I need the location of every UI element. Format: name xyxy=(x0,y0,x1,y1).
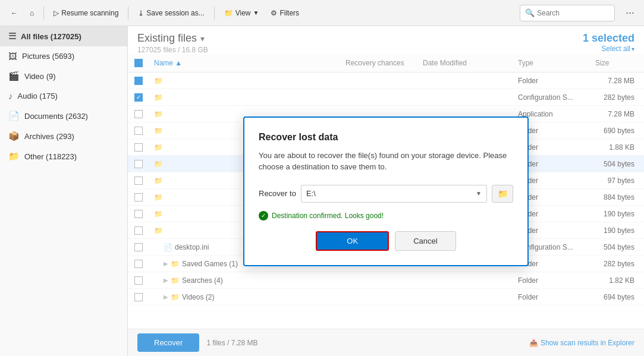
toolbar-separator2 xyxy=(128,7,128,20)
sidebar-label-pictures: Pictures (5693) xyxy=(22,52,74,61)
other-icon: 📁 xyxy=(8,151,20,162)
modal-overlay: Recover lost data You are about to recov… xyxy=(128,26,644,356)
save-label: Save session as... xyxy=(146,9,204,17)
resume-label: Resume scanning xyxy=(61,9,118,17)
modal-description: You are about to recover the file(s) fou… xyxy=(259,150,513,173)
back-icon: ← xyxy=(11,9,18,17)
sidebar-label-audio: Audio (175) xyxy=(18,92,58,100)
sidebar-item-all-files[interactable]: ☰ All files (127025) xyxy=(0,26,127,46)
dropdown-arrow-icon: ▼ xyxy=(476,190,482,197)
sidebar-label-archives: Archives (293) xyxy=(24,132,74,141)
sidebar-label-other: Other (118223) xyxy=(24,152,77,161)
modal-actions: OK Cancel xyxy=(259,231,513,251)
recover-to-row: Recover to E:\ ▼ 📁 xyxy=(259,185,513,203)
toolbar: ← ⌂ ▷ Resume scanning ⤓ Save session as.… xyxy=(0,0,644,26)
more-options-button[interactable]: ··· xyxy=(622,4,638,21)
sidebar-label-video: Video (9) xyxy=(24,72,56,81)
ok-button[interactable]: OK xyxy=(316,231,389,251)
all-files-icon: ☰ xyxy=(8,31,16,42)
video-icon: 🎬 xyxy=(8,71,20,81)
save-session-button[interactable]: ⤓ Save session as... xyxy=(133,7,209,20)
view-button[interactable]: 📁 View ▼ xyxy=(219,7,264,20)
pictures-icon: 🖼 xyxy=(8,51,17,61)
recover-to-value: E:\ xyxy=(306,189,316,198)
cancel-button[interactable]: Cancel xyxy=(395,231,455,251)
resume-button[interactable]: ▷ Resume scanning xyxy=(49,7,123,20)
audio-icon: ♪ xyxy=(8,91,13,101)
sidebar-item-audio[interactable]: ♪ Audio (175) xyxy=(0,86,127,106)
archives-icon: 📦 xyxy=(8,131,20,141)
toolbar-separator3 xyxy=(214,7,215,20)
content-area: Existing files ▾ 127025 files / 16.8 GB … xyxy=(128,26,644,356)
sidebar-item-video[interactable]: 🎬 Video (9) xyxy=(0,66,127,86)
home-icon: ⌂ xyxy=(30,9,34,17)
modal-title: Recover lost data xyxy=(259,132,513,143)
filter-icon: ⚙ xyxy=(271,9,277,17)
play-icon: ▷ xyxy=(54,9,59,17)
recover-to-select[interactable]: E:\ ▼ xyxy=(301,185,487,203)
destination-ok-text: Destination confirmed. Looks good! xyxy=(272,212,384,220)
sidebar-item-pictures[interactable]: 🖼 Pictures (5693) xyxy=(0,46,127,66)
save-icon: ⤓ xyxy=(138,9,144,17)
browse-icon: 📁 xyxy=(498,189,508,199)
check-icon: ✓ xyxy=(259,211,268,220)
folder-icon: 📁 xyxy=(224,9,233,17)
search-box[interactable]: 🔍 xyxy=(520,5,615,21)
filters-button[interactable]: ⚙ Filters xyxy=(266,7,304,20)
toolbar-separator xyxy=(43,7,44,20)
main-layout: ☰ All files (127025) 🖼 Pictures (5693) 🎬… xyxy=(0,26,644,356)
filters-label: Filters xyxy=(279,9,299,17)
back-button[interactable]: ← xyxy=(6,7,23,20)
sidebar: ☰ All files (127025) 🖼 Pictures (5693) 🎬… xyxy=(0,26,128,356)
browse-button[interactable]: 📁 xyxy=(492,185,513,203)
sidebar-label-all-files: All files (127025) xyxy=(21,32,81,41)
destination-ok: ✓ Destination confirmed. Looks good! xyxy=(259,211,513,220)
sidebar-item-other[interactable]: 📁 Other (118223) xyxy=(0,146,127,166)
chevron-down-icon: ▼ xyxy=(253,10,259,16)
home-button[interactable]: ⌂ xyxy=(25,7,39,20)
view-label: View xyxy=(235,9,251,17)
recover-to-label: Recover to xyxy=(259,189,296,198)
sidebar-item-documents[interactable]: 📄 Documents (2632) xyxy=(0,106,127,126)
sidebar-item-archives[interactable]: 📦 Archives (293) xyxy=(0,126,127,146)
recover-modal: Recover lost data You are about to recov… xyxy=(243,116,529,266)
search-input[interactable] xyxy=(537,9,614,17)
sidebar-label-documents: Documents (2632) xyxy=(24,112,88,121)
search-icon: 🔍 xyxy=(525,8,535,17)
documents-icon: 📄 xyxy=(8,111,20,121)
